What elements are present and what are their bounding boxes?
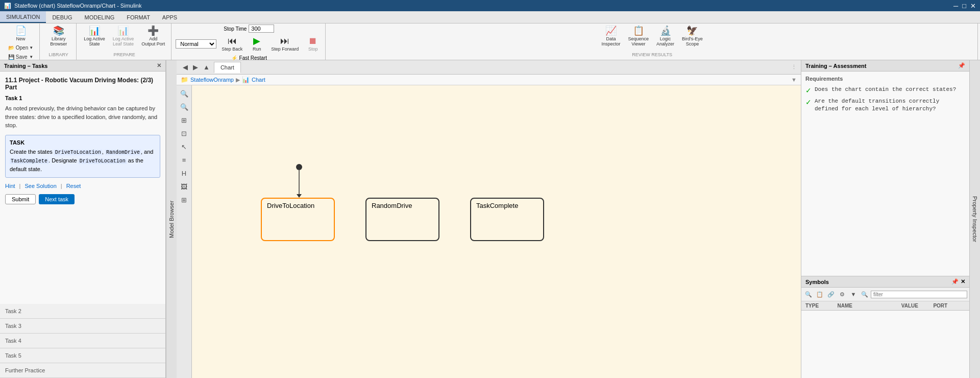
- menu-apps[interactable]: APPS: [156, 11, 183, 23]
- right-panel-header: Training – Assessment 📌: [801, 60, 969, 72]
- toolbar-section-simulate: Stop Time Normal Accelerator Rapid Accel…: [173, 23, 326, 60]
- symbols-close[interactable]: ✕: [961, 278, 965, 285]
- next-task-button[interactable]: Next task: [39, 194, 75, 204]
- grid-tool[interactable]: ≡: [178, 154, 190, 166]
- task-panel-close-btn[interactable]: ✕: [157, 62, 161, 69]
- log-active-leaf-state-button[interactable]: 📊 Log ActiveLeaf State: [110, 25, 137, 48]
- req-text-2: Are the default transitions correctly de…: [815, 98, 965, 113]
- nav-arrows: ◀ ▶ ▲: [179, 62, 214, 72]
- req-item-1: ✓ Does the chart contain the correct sta…: [805, 86, 965, 94]
- further-practice-item[interactable]: Further Practice: [0, 363, 165, 378]
- breadcrumb-root[interactable]: StateflowOnramp: [190, 77, 234, 83]
- state-random-drive[interactable]: RandomDrive: [365, 198, 439, 241]
- simulation-mode-select[interactable]: Normal Accelerator Rapid Accelerator: [176, 39, 216, 49]
- see-solution-link[interactable]: See Solution: [24, 183, 56, 189]
- nav-forward-arrow[interactable]: ▶: [191, 62, 200, 72]
- menu-simulation[interactable]: SIMULATION: [0, 11, 46, 23]
- toolbar-section-prepare: 📊 Log ActiveState 📊 Log ActiveLeaf State…: [78, 23, 172, 60]
- zoom-area-tool[interactable]: ⊡: [178, 127, 190, 139]
- fit-view-tool[interactable]: ⊞: [178, 114, 190, 126]
- state-drive-to-location[interactable]: DriveToLocation: [261, 198, 335, 241]
- task-box-title: TASK: [10, 139, 156, 146]
- symbols-header: Symbols 📌 ✕: [801, 276, 969, 288]
- menu-debug[interactable]: DEBUG: [46, 11, 78, 23]
- birds-eye-scope-button[interactable]: 🦅 Bird's-EyeScope: [679, 25, 706, 48]
- sym-filter-input[interactable]: [871, 291, 967, 298]
- close-btn[interactable]: ✕: [970, 2, 976, 10]
- task-box-text3: , and: [141, 149, 153, 155]
- sym-dropdown-btn[interactable]: ▼: [848, 289, 859, 299]
- stop-time-input[interactable]: [249, 25, 274, 33]
- task-code-random: RandomDrive: [105, 150, 141, 155]
- nav-up-arrow[interactable]: ▲: [201, 62, 212, 72]
- image-tool[interactable]: 🖼: [178, 180, 190, 193]
- req-check-2: ✓: [805, 98, 812, 106]
- toolbar: 📄 New 📂 Open▼ 💾 Save▼ 🖨️ Print▼ FILE 📚: [0, 23, 980, 60]
- task3-item[interactable]: Task 3: [0, 319, 165, 334]
- open-button[interactable]: 📂 Open▼: [5, 43, 36, 52]
- library-browser-button[interactable]: 📚 LibraryBrowser: [47, 25, 70, 48]
- breadcrumb-expand[interactable]: ▼: [791, 77, 797, 83]
- initial-dot: [296, 164, 302, 170]
- canvas-viewport[interactable]: 🔍 🔍 ⊞ ⊡ ↖ ≡ H 🖼 ⊞ DriveToLocation: [177, 85, 801, 378]
- task2-item[interactable]: Task 2: [0, 304, 165, 319]
- initial-transition-arrow: [297, 194, 302, 198]
- task4-item[interactable]: Task 4: [0, 334, 165, 348]
- stop-button[interactable]: ⏹ Stop: [304, 35, 322, 53]
- chart-tab[interactable]: Chart: [214, 62, 241, 73]
- task-buttons: Submit Next task: [5, 194, 160, 204]
- sym-col-value-header: VALUE: [901, 303, 934, 309]
- sym-link-btn[interactable]: 🔗: [826, 289, 836, 299]
- task5-item[interactable]: Task 5: [0, 348, 165, 363]
- task-content: 11.1 Project - Robotic Vacuum Driving Mo…: [0, 72, 165, 304]
- menu-modeling[interactable]: MODELING: [79, 11, 121, 23]
- breadcrumb-current[interactable]: Chart: [252, 77, 265, 83]
- canvas-options[interactable]: ⋮: [789, 64, 799, 70]
- right-panel-content: Requirements ✓ Does the chart contain th…: [801, 72, 969, 276]
- stop-time-label: Stop Time: [224, 26, 247, 32]
- reset-link[interactable]: Reset: [66, 183, 81, 189]
- zoom-out-tool[interactable]: 🔍: [178, 101, 190, 113]
- sym-copy-btn[interactable]: 📋: [815, 289, 825, 299]
- sequence-viewer-button[interactable]: 📋 SequenceViewer: [625, 25, 652, 48]
- task1-description: As noted previously, the driving behavio…: [5, 104, 160, 130]
- model-browser-tab[interactable]: Model Browser: [166, 60, 177, 378]
- task-project-title: 11.1 Project - Robotic Vacuum Driving Mo…: [5, 77, 160, 91]
- sym-settings-btn[interactable]: ⚙: [837, 289, 847, 299]
- new-button[interactable]: 📄 New: [5, 25, 36, 43]
- window-title: Stateflow (chart) StateflowOnramp/Chart …: [14, 3, 141, 9]
- right-panel-pin[interactable]: 📌: [958, 62, 965, 69]
- step-forward-button[interactable]: ⏭ Step Forward: [268, 35, 302, 53]
- task-code-drive: DriveToLocation: [54, 150, 102, 155]
- run-button[interactable]: ▶ Run: [248, 35, 266, 53]
- symbols-pin[interactable]: 📌: [951, 278, 959, 285]
- step-back-button[interactable]: ⏮ Step Back: [218, 35, 246, 53]
- state-task-complete[interactable]: TaskComplete: [470, 198, 544, 241]
- toolbar-section-file: 📄 New 📂 Open▼ 💾 Save▼ 🖨️ Print▼ FILE: [2, 23, 40, 60]
- submit-button[interactable]: Submit: [5, 194, 36, 204]
- task-code-complete: TaskComplete: [10, 158, 48, 164]
- hint-link[interactable]: Hint: [5, 183, 15, 189]
- breadcrumb-root-icon: 📁: [181, 76, 188, 83]
- property-tool[interactable]: H: [178, 167, 190, 179]
- task-panel-header: Training – Tasks ✕: [0, 60, 165, 72]
- logic-analyzer-button[interactable]: 🔬 LogicAnalyzer: [653, 25, 677, 48]
- menu-bar: SIMULATION DEBUG MODELING FORMAT APPS: [0, 11, 980, 23]
- symbols-toolbar: 🔍 📋 🔗 ⚙ ▼ 🔍: [801, 288, 969, 301]
- menu-format[interactable]: FORMAT: [120, 11, 156, 23]
- add-output-port-button[interactable]: ➕ AddOutput Port: [138, 25, 168, 48]
- maximize-btn[interactable]: □: [962, 2, 966, 10]
- minimize-btn[interactable]: ─: [953, 2, 958, 10]
- extra-tool[interactable]: ⊞: [178, 194, 190, 206]
- zoom-in-tool[interactable]: 🔍: [178, 87, 190, 100]
- log-active-state-button[interactable]: 📊 Log ActiveState: [81, 25, 108, 48]
- property-inspector-tab[interactable]: Property Inspector: [969, 60, 980, 378]
- task-box-text: Create the states DriveToLocation, Rando…: [10, 148, 156, 174]
- data-inspector-button[interactable]: 📈 DataInspector: [599, 25, 624, 48]
- sym-search-btn[interactable]: 🔍: [803, 289, 814, 299]
- task1-title: Task 1: [5, 95, 160, 101]
- canvas-tab-bar: ◀ ▶ ▲ Chart ⋮: [177, 60, 801, 75]
- select-tool[interactable]: ↖: [178, 140, 190, 153]
- main-content: Training – Tasks ✕ 11.1 Project - Roboti…: [0, 60, 980, 378]
- nav-back-arrow[interactable]: ◀: [181, 62, 190, 72]
